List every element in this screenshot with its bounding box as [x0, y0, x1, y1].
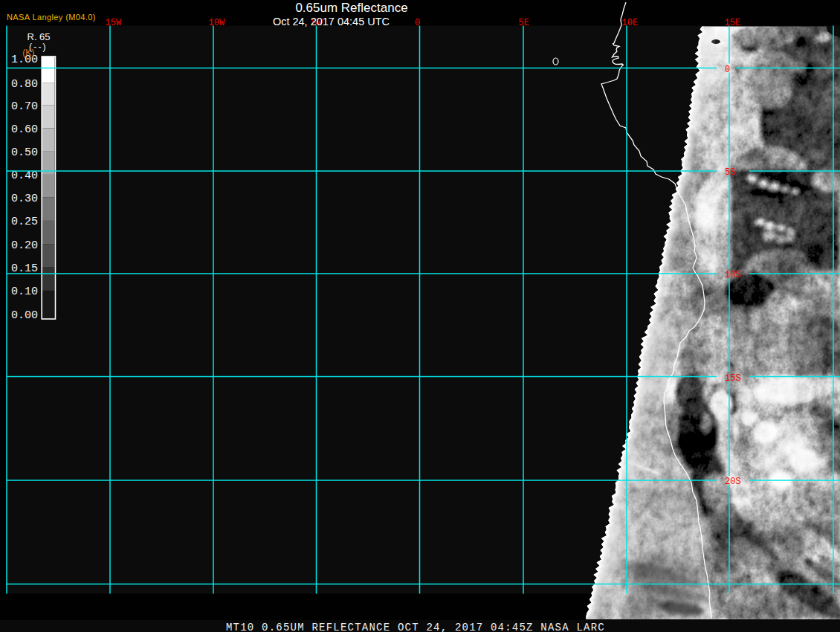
svg-text:0: 0 [725, 65, 730, 75]
svg-text:0.65um Reflectance: 0.65um Reflectance [295, 1, 407, 15]
svg-text:MT10 0.65UM REFLECTANCE OCT: MT10 0.65UM REFLECTANCE OCT 24, 2017 04:… [226, 622, 605, 632]
svg-text:20S: 20S [725, 477, 741, 487]
svg-text:10E: 10E [622, 18, 639, 28]
svg-text:10W: 10W [209, 18, 225, 28]
svg-text:0.80: 0.80 [11, 78, 38, 91]
svg-text:15E: 15E [725, 18, 741, 28]
svg-text:5E: 5E [519, 18, 529, 28]
svg-text:NASA Langley (M04.0): NASA Langley (M04.0) [7, 13, 96, 22]
svg-text:0.40: 0.40 [11, 170, 38, 182]
svg-text:0.25: 0.25 [11, 216, 38, 228]
svg-text:15W: 15W [106, 18, 122, 28]
svg-text:15S: 15S [725, 373, 741, 384]
svg-text:0.60: 0.60 [11, 123, 38, 136]
svg-text:0.30: 0.30 [11, 193, 38, 205]
svg-text:R. 65: R. 65 [28, 31, 51, 42]
svg-text:0.20: 0.20 [11, 239, 38, 252]
svg-text:0.10: 0.10 [11, 286, 38, 298]
svg-text:0: 0 [415, 18, 420, 28]
svg-text:0.70: 0.70 [11, 100, 38, 113]
svg-text:(K): (K) [22, 48, 34, 58]
svg-text:10S: 10S [725, 270, 741, 280]
svg-text:Oct 24, 2017 04:45 UTC: Oct 24, 2017 04:45 UTC [273, 16, 390, 28]
svg-text:0.50: 0.50 [11, 146, 38, 159]
svg-text:0.00: 0.00 [11, 309, 38, 322]
svg-text:5S: 5S [725, 167, 735, 178]
